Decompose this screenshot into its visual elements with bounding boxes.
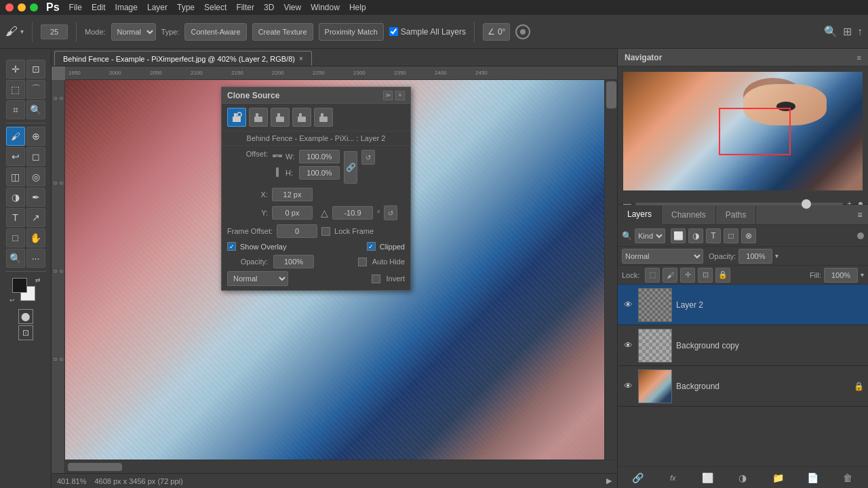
- clipped-checkbox[interactable]: [367, 242, 376, 251]
- path-tool[interactable]: ↗: [26, 208, 45, 227]
- eraser-tool[interactable]: ◻: [26, 147, 45, 166]
- create-texture-btn[interactable]: Create Texture: [252, 23, 313, 41]
- navigator-menu-btn[interactable]: ≡: [857, 54, 861, 62]
- invert-checkbox[interactable]: [372, 274, 380, 283]
- menu-select[interactable]: Select: [204, 3, 226, 12]
- menu-layer[interactable]: Layer: [147, 3, 167, 12]
- eyedropper-tool[interactable]: 🔍: [26, 100, 45, 119]
- lock-artboard-btn[interactable]: ⊡: [698, 268, 713, 283]
- blend-mode-select[interactable]: Normal: [227, 271, 288, 286]
- menu-image[interactable]: Image: [115, 3, 138, 12]
- screen-mode-icon[interactable]: ⊡: [18, 325, 33, 340]
- zoom-tool[interactable]: 🔍: [6, 249, 25, 268]
- lasso-tool[interactable]: ⌒: [26, 80, 45, 99]
- gradient-tool[interactable]: ◫: [6, 167, 25, 186]
- auto-hide-checkbox[interactable]: [358, 258, 367, 266]
- menu-window[interactable]: Window: [311, 3, 340, 12]
- layers-mode-select[interactable]: Normal: [622, 249, 703, 264]
- menu-view[interactable]: View: [283, 3, 301, 12]
- crop-tool[interactable]: ⌗: [6, 100, 25, 119]
- healing-brush-tool[interactable]: 🖌: [6, 127, 25, 146]
- clone-slot-5[interactable]: [314, 108, 333, 127]
- opacity-dropdown-icon[interactable]: ▾: [775, 252, 778, 260]
- lock-all-btn[interactable]: 🔒: [715, 268, 730, 283]
- layer-2-visibility-btn[interactable]: 👁: [622, 299, 634, 311]
- frame-offset-input[interactable]: [277, 224, 317, 238]
- lock-wh-btn[interactable]: 🔗: [344, 151, 357, 184]
- artboard-tool[interactable]: ⊡: [26, 60, 45, 79]
- document-tab[interactable]: Behind Fence - Example - PiXimperfect.jp…: [54, 51, 312, 66]
- tool-arrow-icon[interactable]: ▾: [20, 28, 24, 35]
- swap-colors-icon[interactable]: ⇄: [35, 277, 41, 283]
- type-tool[interactable]: T: [6, 208, 25, 227]
- v-scroll-thumb[interactable]: [606, 81, 616, 108]
- quick-mask-icon[interactable]: ⬤: [18, 309, 33, 324]
- link-layers-btn[interactable]: 🔗: [630, 470, 646, 486]
- win-max-btn[interactable]: [30, 3, 38, 12]
- share-icon[interactable]: ↑: [857, 26, 863, 38]
- panel-menu-btn[interactable]: ≡: [395, 91, 405, 100]
- arrange-icon[interactable]: ⊞: [843, 25, 852, 38]
- bg-copy-visibility-btn[interactable]: 👁: [622, 340, 634, 352]
- h-scroll-thumb[interactable]: [68, 463, 122, 471]
- reset-wh-btn[interactable]: ↺: [361, 150, 375, 165]
- fill-dropdown-icon[interactable]: ▾: [861, 271, 864, 279]
- win-close-btn[interactable]: [5, 3, 14, 12]
- healing-tool-icon[interactable]: 🖌: [5, 24, 18, 39]
- filter-shape-btn[interactable]: □: [724, 228, 738, 243]
- search-toolbar-icon[interactable]: 🔍: [824, 25, 837, 38]
- blur-tool[interactable]: ◎: [26, 167, 45, 186]
- status-arrow[interactable]: ▶: [606, 476, 612, 485]
- content-aware-btn[interactable]: Content-Aware: [184, 23, 246, 41]
- layer-item-background[interactable]: 👁 Background 🔒: [618, 366, 868, 407]
- layer-item-bg-copy[interactable]: 👁 Background copy: [618, 325, 868, 366]
- filter-toggle-btn[interactable]: [857, 232, 864, 239]
- angle-input[interactable]: [332, 206, 373, 220]
- filter-smart-btn[interactable]: ⊗: [741, 228, 756, 243]
- tab-layers[interactable]: Layers: [618, 205, 662, 225]
- menu-help[interactable]: Help: [349, 3, 366, 12]
- y-input[interactable]: [272, 206, 313, 220]
- w-input[interactable]: [299, 150, 340, 163]
- bg-visibility-btn[interactable]: 👁: [622, 380, 634, 392]
- zoom-slider[interactable]: [635, 203, 843, 205]
- clone-slot-3[interactable]: [271, 108, 290, 127]
- panel-collapse-btn[interactable]: ≫: [383, 91, 393, 100]
- win-controls[interactable]: [5, 3, 38, 12]
- win-min-btn[interactable]: [18, 3, 26, 12]
- pen-tool[interactable]: ✒: [26, 188, 45, 207]
- sample-all-layers-checkbox[interactable]: [389, 27, 398, 36]
- x-input[interactable]: [272, 188, 313, 201]
- menu-file[interactable]: File: [69, 3, 82, 12]
- history-brush-tool[interactable]: ↩: [6, 147, 25, 166]
- lock-image-btn[interactable]: 🖌: [663, 268, 677, 283]
- add-mask-btn[interactable]: ⬜: [700, 470, 716, 486]
- stamp-tool[interactable]: ⊕: [26, 127, 45, 146]
- reset-angle-btn[interactable]: ↺: [384, 205, 397, 220]
- lock-frame-checkbox[interactable]: [321, 227, 330, 236]
- clone-slot-1[interactable]: [227, 108, 246, 127]
- extra-tool[interactable]: ···: [26, 249, 45, 268]
- menu-filter[interactable]: Filter: [236, 3, 254, 12]
- shape-tool[interactable]: □: [6, 228, 25, 247]
- horizontal-scrollbar[interactable]: [65, 460, 617, 473]
- menu-type[interactable]: Type: [177, 3, 195, 12]
- show-overlay-checkbox[interactable]: [227, 242, 236, 251]
- filter-pixel-btn[interactable]: ⬜: [671, 228, 686, 243]
- clone-source-header[interactable]: Clone Source ≫ ≡: [222, 87, 410, 104]
- menu-3d[interactable]: 3D: [264, 3, 274, 12]
- filter-adj-btn[interactable]: ◑: [688, 228, 703, 243]
- delete-layer-btn[interactable]: 🗑: [840, 470, 856, 486]
- layer-item-layer2[interactable]: 👁 Layer 2: [618, 285, 868, 325]
- menu-edit[interactable]: Edit: [92, 3, 106, 12]
- lock-move-btn[interactable]: ✛: [680, 268, 695, 283]
- tab-channels[interactable]: Channels: [662, 205, 716, 225]
- move-tool[interactable]: ✛: [6, 60, 25, 79]
- lock-transparent-btn[interactable]: ⬚: [645, 268, 660, 283]
- brush-size-input[interactable]: [41, 24, 68, 39]
- tab-paths[interactable]: Paths: [716, 205, 757, 225]
- dodge-tool[interactable]: ◑: [6, 188, 25, 207]
- filter-type-btn[interactable]: T: [706, 228, 721, 243]
- fill-input[interactable]: [824, 268, 858, 283]
- adjustment-layer-btn[interactable]: ◑: [734, 470, 751, 486]
